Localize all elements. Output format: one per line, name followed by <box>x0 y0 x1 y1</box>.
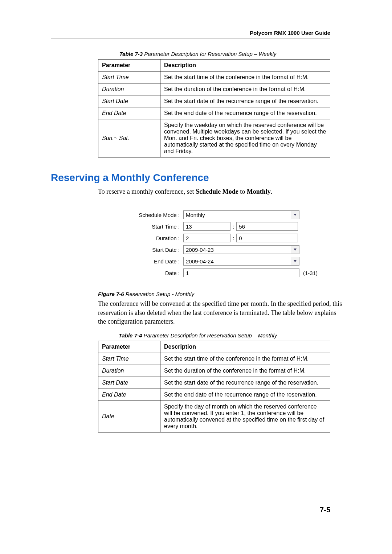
time-colon: : <box>230 223 236 230</box>
caption-label: Table 7-4 <box>119 332 142 338</box>
table-row: Duration Set the duration of the confere… <box>98 83 330 95</box>
page-number: 7-5 <box>320 506 330 514</box>
table-7-3: Parameter Description Start Time Set the… <box>98 59 330 157</box>
th-description: Description <box>160 59 330 71</box>
table-row: Sun.~ Sat. Specify the weekday on which … <box>98 119 330 157</box>
table-row: Duration Set the duration of the confere… <box>98 365 330 377</box>
param-name: Start Date <box>98 377 160 389</box>
caption-label: Table 7-3 <box>119 51 143 57</box>
param-desc: Set the duration of the conference in th… <box>160 365 330 377</box>
table-row: Start Date Set the start date of the rec… <box>98 377 330 389</box>
start-time-hour-input[interactable]: 13 <box>183 222 230 231</box>
duration-min-input[interactable]: 0 <box>236 234 298 242</box>
label-schedule-mode: Schedule Mode : <box>132 212 183 218</box>
chevron-down-icon <box>294 249 297 251</box>
th-description: Description <box>160 341 330 353</box>
table-7-4-caption: Table 7-4 Parameter Description for Rese… <box>51 332 345 338</box>
caption-text: Parameter Description for Reservation Se… <box>144 51 276 57</box>
table-row: Start Date Set the start date of the rec… <box>98 95 330 107</box>
schedule-mode-dropdown[interactable]: Monthly <box>183 210 299 219</box>
intro-text: . <box>271 188 273 195</box>
caption-text: Parameter Description for Reservation Se… <box>143 332 277 338</box>
param-desc: Set the end date of the recurrence range… <box>160 107 330 119</box>
param-desc: Set the start date of the recurrence ran… <box>160 95 330 107</box>
figure-text: Reservation Setup - Monthly <box>126 291 194 297</box>
reservation-form: Schedule Mode : Monthly Start Time : 13 … <box>129 202 332 287</box>
param-name: Duration <box>98 365 160 377</box>
header-rule <box>51 38 330 39</box>
param-name: Duration <box>98 83 160 95</box>
param-desc: Set the start date of the recurrence ran… <box>160 377 330 389</box>
section-intro: To reserve a monthly conference, set Sch… <box>98 187 345 196</box>
param-name: Start Time <box>98 71 160 83</box>
param-name: Start Date <box>98 95 160 107</box>
label-start-time: Start Time : <box>132 223 183 230</box>
table-7-3-caption: Table 7-3 Parameter Description for Rese… <box>51 51 345 57</box>
start-time-min-input[interactable]: 56 <box>236 222 298 231</box>
intro-bold: Schedule Mode <box>196 188 238 195</box>
dropdown-button[interactable] <box>291 210 299 219</box>
post-figure-paragraph: The conference will be convened at the s… <box>98 299 345 326</box>
end-date-dropdown[interactable]: 2009-04-24 <box>183 257 299 266</box>
table-row: End Date Set the end date of the recurre… <box>98 107 330 119</box>
intro-text: to <box>238 188 247 195</box>
table-row: Date Specify the day of month on which t… <box>98 401 330 432</box>
intro-text: To reserve a monthly conference, set <box>98 188 196 195</box>
param-desc: Set the start time of the conference in … <box>160 71 330 83</box>
param-desc: Specify the day of month on which the re… <box>160 401 330 432</box>
label-end-date: End Date : <box>132 258 183 264</box>
th-parameter: Parameter <box>98 341 160 353</box>
param-desc: Set the end date of the recurrence range… <box>160 389 330 401</box>
time-colon: : <box>230 235 236 241</box>
date-range-hint: (1-31) <box>303 270 318 276</box>
table-row: Start Time Set the start time of the con… <box>98 353 330 365</box>
param-name: Date <box>98 401 160 432</box>
figure-label: Figure 7-6 <box>98 291 124 297</box>
date-input[interactable]: 1 <box>183 268 299 277</box>
param-name: End Date <box>98 389 160 401</box>
param-desc: Specify the weekday on which the reserve… <box>160 119 330 157</box>
section-heading: Reserving a Monthly Conference <box>51 172 345 184</box>
figure-7-6-caption: Figure 7-6 Reservation Setup - Monthly <box>98 291 345 297</box>
table-row: End Date Set the end date of the recurre… <box>98 389 330 401</box>
label-start-date: Start Date : <box>132 247 183 253</box>
doc-title: Polycom RMX 1000 User Guide <box>250 30 330 36</box>
param-name: Start Time <box>98 353 160 365</box>
dropdown-button[interactable] <box>291 245 299 254</box>
start-date-dropdown[interactable]: 2009-04-23 <box>183 245 299 254</box>
table-row: Start Time Set the start time of the con… <box>98 71 330 83</box>
end-date-value: 2009-04-24 <box>183 257 291 266</box>
chevron-down-icon <box>294 260 297 262</box>
label-date: Date : <box>132 270 183 276</box>
schedule-mode-value: Monthly <box>183 210 291 219</box>
param-desc: Set the duration of the conference in th… <box>160 83 330 95</box>
param-desc: Set the start time of the conference in … <box>160 353 330 365</box>
dropdown-button[interactable] <box>291 257 299 266</box>
start-date-value: 2009-04-23 <box>183 245 291 254</box>
table-7-4: Parameter Description Start Time Set the… <box>98 341 330 432</box>
duration-hour-input[interactable]: 2 <box>183 234 230 242</box>
chevron-down-icon <box>294 214 297 216</box>
label-duration: Duration : <box>132 235 183 241</box>
th-parameter: Parameter <box>98 59 160 71</box>
param-name: Sun.~ Sat. <box>98 119 160 157</box>
param-name: End Date <box>98 107 160 119</box>
intro-bold: Monthly <box>247 188 271 195</box>
